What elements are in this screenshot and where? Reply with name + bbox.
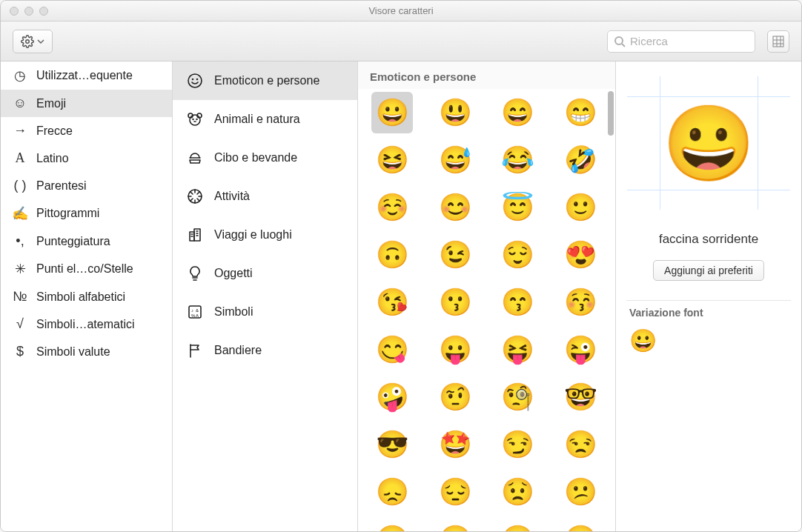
- bulb-icon: [186, 265, 207, 282]
- emoji-cell[interactable]: 😉: [434, 234, 476, 276]
- emoji-cell[interactable]: 😄: [497, 92, 539, 133]
- emoji-cell[interactable]: 🤓: [560, 376, 602, 418]
- category-label: Pittogrammi: [36, 207, 99, 220]
- emoji-cell[interactable]: 😎: [371, 424, 413, 465]
- emoji-cell[interactable]: 😖: [560, 519, 602, 531]
- clock-icon: ◷: [11, 67, 29, 84]
- emoji-cell[interactable]: 🙁: [371, 519, 413, 531]
- font-variation-emoji[interactable]: 😀: [629, 328, 657, 353]
- font-variation-row: 😀: [626, 323, 660, 358]
- category-item[interactable]: $Simboli valute: [1, 338, 172, 365]
- detail-panel: 😀 faccina sorridente Aggiungi ai preferi…: [616, 61, 801, 531]
- emoji-cell[interactable]: 😚: [560, 282, 602, 323]
- emoji-cell[interactable]: ☺️: [371, 187, 413, 228]
- subcategory-item[interactable]: ♪&%ASimboli: [173, 293, 357, 331]
- category-item[interactable]: •,Punteggiatura: [1, 227, 172, 255]
- subcategory-item[interactable]: Animali e natura: [173, 100, 357, 139]
- emoji-cell[interactable]: 😣: [497, 519, 539, 531]
- punct-icon: •,: [11, 233, 29, 249]
- emoji-cell[interactable]: 😘: [371, 282, 413, 323]
- content-area: ◷Utilizzat…equente☺Emoji→FrecceALatino( …: [1, 61, 801, 531]
- subcategory-item[interactable]: Cibo e bevande: [173, 139, 357, 177]
- search-field[interactable]: [607, 30, 755, 53]
- add-favorite-button[interactable]: Aggiungi ai preferiti: [653, 260, 764, 281]
- character-viewer-window: Visore caratteri ◷Utilizzat…equente☺Emoj…: [0, 0, 802, 532]
- emoji-cell[interactable]: 😙: [497, 282, 539, 323]
- category-item[interactable]: →Frecce: [1, 117, 172, 144]
- emoji-cell[interactable]: 😇: [497, 187, 539, 228]
- gear-menu-button[interactable]: [13, 30, 53, 53]
- search-input[interactable]: [630, 35, 771, 47]
- emoji-cell[interactable]: 😏: [497, 424, 539, 465]
- emoji-cell[interactable]: 😀: [371, 92, 413, 133]
- numero-icon: №: [11, 289, 29, 305]
- emoji-grid-panel: Emoticon e persone 😀😃😄😁😆😅😂🤣☺️😊😇🙂🙃😉😌😍😘😗😙😚…: [358, 61, 616, 531]
- toggle-view-button[interactable]: [767, 30, 789, 53]
- scrollbar[interactable]: [608, 91, 614, 530]
- emoji-cell[interactable]: 🧐: [497, 376, 539, 418]
- category-item[interactable]: ALatino: [1, 144, 172, 172]
- emoji-cell[interactable]: 😌: [497, 234, 539, 276]
- pen-icon: ✍: [11, 205, 29, 222]
- category-item[interactable]: ✍Pittogrammi: [1, 199, 172, 227]
- emoji-cell[interactable]: 😒: [560, 424, 602, 465]
- svg-point-10: [197, 79, 198, 80]
- subcategory-item[interactable]: Attività: [173, 177, 357, 216]
- smile-icon: ☺: [11, 96, 29, 111]
- zoom-window-button[interactable]: [39, 7, 48, 16]
- subcategory-item[interactable]: Emoticon e persone: [173, 61, 357, 100]
- svg-point-8: [188, 74, 202, 87]
- emoji-cell[interactable]: 😗: [434, 282, 476, 323]
- subcategory-label: Simboli: [214, 305, 253, 319]
- svg-point-14: [193, 119, 193, 120]
- category-item[interactable]: ( )Parentesi: [1, 172, 172, 199]
- emoji-cell[interactable]: 🙂: [560, 187, 602, 228]
- category-item[interactable]: ◷Utilizzat…equente: [1, 61, 172, 90]
- subcategory-item[interactable]: Bandiere: [173, 331, 357, 370]
- emoji-cell[interactable]: 😃: [434, 92, 476, 133]
- emoji-cell[interactable]: 🤩: [434, 424, 476, 465]
- emoji-cell[interactable]: 😁: [560, 92, 602, 133]
- subcategory-item[interactable]: Oggetti: [173, 254, 357, 293]
- emoji-cell[interactable]: 🤨: [434, 376, 476, 418]
- emoji-cell[interactable]: 😟: [497, 471, 539, 513]
- emoji-grid[interactable]: 😀😃😄😁😆😅😂🤣☺️😊😇🙂🙃😉😌😍😘😗😙😚😋😛😝😜🤪🤨🧐🤓😎🤩😏😒😞😔😟😕🙁☹️…: [358, 89, 615, 531]
- emoji-cell[interactable]: 😜: [560, 329, 602, 370]
- svg-rect-3: [773, 36, 783, 47]
- emoji-cell[interactable]: 😔: [434, 471, 476, 513]
- emoji-cell[interactable]: 🤪: [371, 376, 413, 418]
- emoji-cell[interactable]: 😂: [497, 139, 539, 181]
- emoji-cell[interactable]: 😝: [497, 329, 539, 370]
- category-item[interactable]: №Simboli alfabetici: [1, 283, 172, 310]
- subcategory-label: Bandiere: [214, 344, 262, 357]
- emoji-cell[interactable]: 😊: [434, 187, 476, 228]
- emoji-cell[interactable]: 😛: [434, 329, 476, 370]
- emoji-cell[interactable]: 😞: [371, 471, 413, 513]
- category-item[interactable]: ✳Punti el…co/Stelle: [1, 255, 172, 283]
- variation-section-title: Variazione font: [626, 300, 791, 323]
- emoji-cell[interactable]: 😆: [371, 139, 413, 181]
- emoji-cell[interactable]: 😅: [434, 139, 476, 181]
- grid-icon: [772, 36, 784, 47]
- gear-icon: [21, 35, 34, 48]
- emoji-cell[interactable]: 😍: [560, 234, 602, 276]
- emoji-cell[interactable]: 🙃: [371, 234, 413, 276]
- emoji-cell[interactable]: ☹️: [434, 519, 476, 531]
- toolbar: [1, 21, 801, 61]
- emoji-cell[interactable]: 😋: [371, 329, 413, 370]
- category-label: Simboli alfabetici: [36, 290, 125, 304]
- emoji-cell[interactable]: 🤣: [560, 139, 602, 181]
- asterisk-icon: ✳: [11, 261, 29, 277]
- subcategory-label: Emoticon e persone: [214, 74, 319, 87]
- scrollbar-thumb[interactable]: [608, 91, 614, 136]
- subcategory-label: Attività: [214, 190, 250, 203]
- titlebar: Visore caratteri: [1, 1, 801, 21]
- subcategory-label: Cibo e bevande: [214, 151, 297, 164]
- category-item[interactable]: ☺Emoji: [1, 90, 172, 117]
- category-item[interactable]: √Simboli…atematici: [1, 310, 172, 338]
- subcategory-item[interactable]: Viaggi e luoghi: [173, 216, 357, 254]
- category-label: Punteggiatura: [36, 235, 110, 248]
- minimize-window-button[interactable]: [24, 7, 33, 16]
- close-window-button[interactable]: [10, 7, 19, 16]
- emoji-cell[interactable]: 😕: [560, 471, 602, 513]
